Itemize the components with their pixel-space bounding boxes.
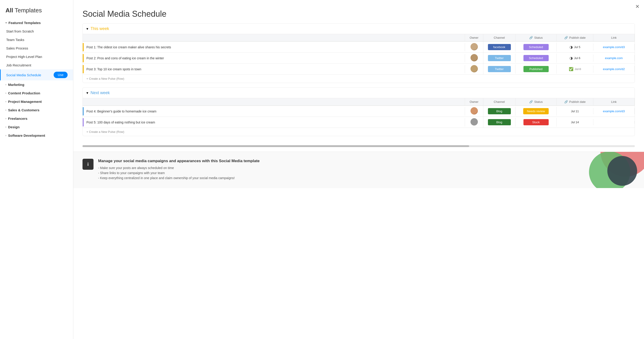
sales-customers-label: Sales & Customers — [8, 108, 40, 112]
row-owner-1 — [465, 42, 483, 52]
row-link-2[interactable]: example.com — [593, 55, 634, 61]
row-date-1[interactable]: ◑ Jul 5 — [557, 43, 593, 51]
sales-customers-section[interactable]: › Sales & Customers — [0, 106, 73, 114]
col-name — [83, 34, 465, 41]
col-publish-date: 🔗Publish date — [557, 34, 593, 41]
check-icon: ✅ — [569, 67, 574, 71]
status-badge: Published — [524, 66, 549, 72]
avatar — [470, 118, 478, 125]
row-date-2[interactable]: ◑ Jul 6 — [557, 54, 593, 62]
table-row: Post 3: Top 10 ice cream spots in town T… — [83, 63, 634, 74]
create-pulse-row-1[interactable]: + Create a New Pulse (Row) — [83, 74, 634, 83]
row-owner-2 — [465, 53, 483, 63]
this-week-group-header[interactable]: ▾ This week — [83, 23, 634, 34]
row-status-3[interactable]: Published — [516, 65, 557, 73]
marketing-section[interactable]: › Marketing — [0, 80, 73, 89]
table-row: Post 4: Beginner's guide to homemade ice… — [83, 106, 634, 117]
decorative-circles — [575, 152, 644, 188]
row-status-5[interactable]: Stuck — [516, 118, 557, 127]
chevron-right-icon: › — [6, 134, 6, 137]
row-owner-4 — [465, 106, 483, 117]
close-button[interactable]: ✕ — [635, 4, 640, 10]
row-name-1[interactable]: Post 1: The oldest ice cream maker alive… — [83, 43, 465, 51]
col-owner: Owner — [465, 98, 483, 105]
channel-badge: Twitter — [488, 55, 511, 61]
link-icon: 🔗 — [564, 100, 568, 103]
row-date-4[interactable]: Jul 11 — [557, 108, 593, 114]
page-title: Social Media Schedule — [73, 0, 644, 23]
channel-badge: Blog — [488, 119, 511, 125]
next-week-title: Next week — [90, 90, 110, 95]
row-name-2[interactable]: Post 2: Pros and cons of eating ice crea… — [83, 54, 465, 62]
chevron-right-icon: › — [6, 109, 6, 111]
software-dev-section[interactable]: › Software Development — [0, 131, 73, 140]
next-week-board: ▾ Next week Owner Channel 🔗Status 🔗Publi… — [82, 87, 635, 136]
row-owner-5 — [465, 117, 483, 128]
sidebar: All Templates ▾ Featured Templates Start… — [0, 0, 73, 339]
start-scratch-item[interactable]: Start from Scratch — [0, 27, 73, 35]
chevron-right-icon: › — [6, 100, 6, 103]
scroll-thumb — [82, 145, 469, 147]
col-status: 🔗Status — [516, 34, 557, 41]
col-publish-date: 🔗Publish date — [557, 98, 593, 105]
link-icon: 🔗 — [529, 36, 533, 39]
info-bullet-1: - Make sure your posts are always schedu… — [98, 166, 635, 170]
channel-badge: Blog — [488, 108, 511, 114]
table-row: Post 2: Pros and cons of eating ice crea… — [83, 52, 634, 63]
team-tasks-item[interactable]: Team Tasks — [0, 35, 73, 44]
featured-templates-label: Featured Templates — [8, 21, 41, 25]
col-link: Link — [593, 34, 634, 41]
info-bullet-2: - Share links to your campaigns with you… — [98, 171, 635, 175]
row-name-3[interactable]: Post 3: Top 10 ice cream spots in town — [83, 65, 465, 73]
avatar — [470, 107, 478, 114]
row-link-1[interactable]: example.com/d3 — [593, 44, 634, 50]
info-icon: i — [82, 159, 94, 170]
design-section[interactable]: › Design — [0, 123, 73, 131]
row-link-4[interactable]: example.com/d3 — [593, 108, 634, 114]
date-text: Jul 6 — [574, 56, 580, 60]
row-status-1[interactable]: Scheduled — [516, 43, 557, 51]
avatar — [470, 65, 478, 72]
row-channel-1[interactable]: facebook — [483, 43, 516, 51]
content-production-section[interactable]: › Content Production — [0, 89, 73, 97]
row-channel-4[interactable]: Blog — [483, 107, 516, 116]
status-badge: Needs review — [523, 108, 549, 114]
freelancers-section[interactable]: › Freelancers — [0, 114, 73, 123]
col-channel: Channel — [483, 98, 516, 105]
sales-process-item[interactable]: Sales Process — [0, 44, 73, 52]
col-owner: Owner — [465, 34, 483, 41]
row-date-3[interactable]: ✅ Jul 8 — [557, 65, 593, 73]
project-plan-item[interactable]: Project High-Level Plan — [0, 52, 73, 61]
row-name-4[interactable]: Post 4: Beginner's guide to homemade ice… — [83, 107, 465, 115]
job-recruitment-item[interactable]: Job Recruitment — [0, 61, 73, 69]
avatar — [470, 54, 478, 61]
create-pulse-row-2[interactable]: + Create a New Pulse (Row) — [83, 128, 634, 136]
row-channel-5[interactable]: Blog — [483, 118, 516, 127]
info-section: i Manage your social media campaigns and… — [73, 152, 644, 188]
use-button[interactable]: Use — [54, 72, 68, 78]
date-text: Jul 14 — [571, 120, 579, 124]
status-badge: Scheduled — [524, 55, 549, 61]
project-management-section[interactable]: › Project Management — [0, 97, 73, 106]
row-link-3[interactable]: example.com/d2 — [593, 66, 634, 72]
content-production-label: Content Production — [8, 91, 40, 95]
circle-dark — [607, 156, 637, 186]
half-circle-icon: ◑ — [570, 56, 573, 60]
half-circle-icon: ◑ — [570, 45, 573, 49]
project-management-label: Project Management — [8, 100, 42, 103]
row-name-5[interactable]: Post 5: 100 days of eating nothing but i… — [83, 118, 465, 126]
social-media-item[interactable]: Social Media Schedule Use — [0, 69, 73, 80]
scroll-bar[interactable] — [82, 145, 635, 147]
row-status-4[interactable]: Needs review — [516, 107, 557, 116]
chevron-down-icon: ▾ — [6, 21, 7, 24]
next-week-group-header[interactable]: ▾ Next week — [83, 88, 634, 98]
row-date-5[interactable]: Jul 14 — [557, 119, 593, 125]
this-week-title: This week — [90, 26, 109, 31]
featured-templates-section[interactable]: ▾ Featured Templates — [0, 18, 73, 27]
row-status-2[interactable]: Scheduled — [516, 54, 557, 62]
info-bullet-3: - Keep everything centralized in one pla… — [98, 176, 635, 180]
col-channel: Channel — [483, 34, 516, 41]
row-channel-3[interactable]: Twitter — [483, 65, 516, 73]
row-channel-2[interactable]: Twitter — [483, 54, 516, 62]
info-title: Manage your social media campaigns and a… — [98, 159, 635, 163]
